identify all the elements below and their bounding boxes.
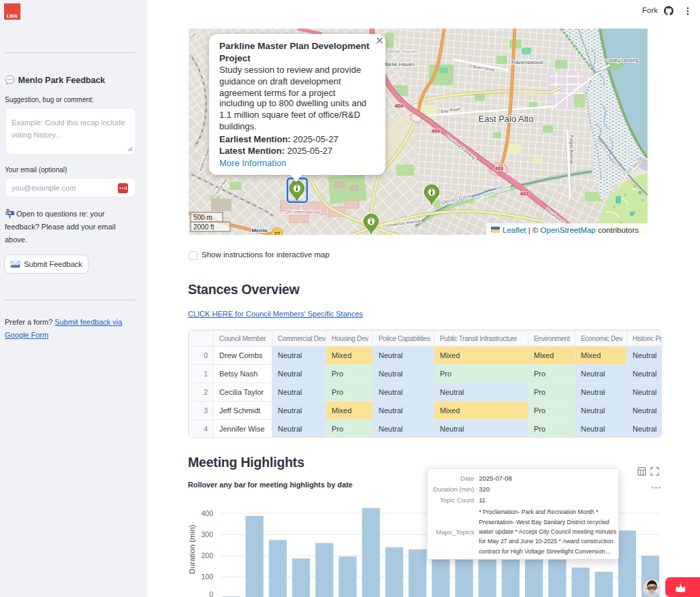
svg-text:403: 403 <box>520 191 529 197</box>
svg-text:Parkline Master Plan Developme: Parkline Master Plan Development <box>219 41 370 51</box>
svg-text:404: 404 <box>432 128 441 134</box>
svg-text:Project: Project <box>219 53 251 63</box>
svg-text:East Palo Alto: East Palo Alto <box>479 114 534 124</box>
svg-text:including up to 800 dwelling u: including up to 800 dwelling units and <box>219 98 366 108</box>
svg-text:Duration (min): Duration (min) <box>188 524 196 574</box>
svg-text:guidance on draft development: guidance on draft development <box>219 76 341 86</box>
svg-text:403: 403 <box>495 165 504 172</box>
svg-text:200: 200 <box>201 551 213 560</box>
svg-text:100: 100 <box>201 572 213 581</box>
svg-text:Cooley Landing: Cooley Landing <box>605 58 639 63</box>
svg-text:Belle Haven: Belle Haven <box>385 61 414 67</box>
svg-text:1.1 million square feet of off: 1.1 million square feet of office/R&D <box>219 110 360 120</box>
svg-text:404: 404 <box>395 103 404 109</box>
svg-text:SRI International: SRI International <box>285 210 321 214</box>
svg-text:300: 300 <box>201 530 213 538</box>
svg-text:27: 27 <box>274 231 280 235</box>
svg-text:Study session to review and pr: Study session to review and provide <box>219 65 361 75</box>
svg-text:Latest Mention: 2025-05-27: Latest Mention: 2025-05-27 <box>219 146 332 156</box>
svg-text:2000 ft: 2000 ft <box>193 223 214 231</box>
svg-text:More Information: More Information <box>219 158 286 168</box>
svg-text:Earliest Mention: 2025-05-27: Earliest Mention: 2025-05-27 <box>219 134 338 144</box>
svg-text:agreement terms for a project: agreement terms for a project <box>219 88 336 98</box>
svg-text:400: 400 <box>201 509 213 517</box>
svg-text:Belle Haven: Belle Haven <box>388 48 418 54</box>
svg-text:buildings.: buildings. <box>219 121 257 131</box>
svg-text:Pulgas Avenue: Pulgas Avenue <box>569 135 574 165</box>
svg-text:Menlo: Menlo <box>251 227 267 233</box>
svg-text:Ravenswood: Ravenswood <box>511 59 543 65</box>
svg-text:0: 0 <box>209 590 213 597</box>
svg-text:500 m: 500 m <box>193 214 212 221</box>
svg-text:Leaflet | © OpenStreetMap cont: Leaflet | © OpenStreetMap contributors <box>503 226 639 234</box>
